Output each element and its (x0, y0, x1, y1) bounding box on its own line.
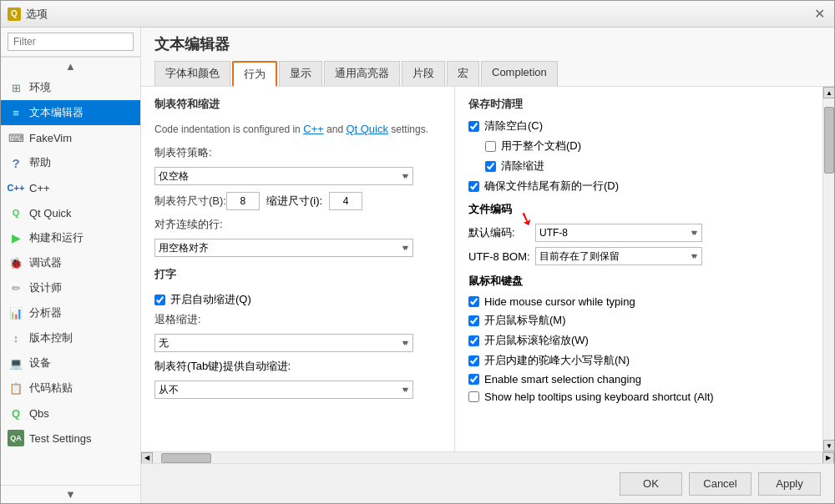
sidebar-item-qt-quick[interactable]: Q Qt Quick (1, 200, 140, 225)
entire-doc-label: 用于整个文档(D) (501, 139, 581, 154)
sidebar-item-environment[interactable]: ⊞ 环境 (1, 75, 140, 100)
main-title: 文本编辑器 (154, 34, 821, 54)
sidebar-item-label: FakeVim (29, 132, 72, 144)
tab-key-label-row: 制表符(Tab键)提供自动缩进: (154, 359, 441, 374)
environment-icon: ⊞ (8, 79, 24, 96)
cancel-button[interactable]: Cancel (689, 472, 752, 496)
debugger-icon: 🐞 (8, 255, 24, 271)
sidebar-item-help[interactable]: ? 帮助 (1, 150, 140, 175)
close-button[interactable]: ✕ (811, 6, 827, 23)
clean-indent-checkbox[interactable] (485, 161, 496, 172)
sidebar-list: ⊞ 环境 ≡ 文本编辑器 ⌨ FakeVim ? 帮助 (1, 75, 140, 485)
tab-size-input[interactable] (226, 192, 260, 210)
apply-button[interactable]: Apply (758, 472, 821, 496)
h-scroll-track[interactable] (153, 452, 822, 463)
mouse-item-0-checkbox[interactable] (468, 296, 479, 307)
scrollbar-down-btn[interactable]: ▼ (823, 440, 834, 451)
right-scrollbar[interactable]: ▲ ▼ (822, 87, 834, 451)
mouse-item-3: 开启内建的驼峰大小写导航(N) (468, 353, 809, 368)
default-encoding-select[interactable]: UTF-8 (535, 224, 702, 242)
right-panel: 保存时清理 清除空白(C) 用于整个文档(D) 清除缩进 (455, 87, 822, 451)
fakevim-icon: ⌨ (8, 129, 24, 146)
h-scroll-thumb[interactable] (161, 453, 211, 463)
filter-box (1, 28, 140, 57)
align-select[interactable]: 用空格对齐 (154, 239, 413, 257)
tab-macros[interactable]: 宏 (447, 61, 479, 86)
sidebar-item-label: 版本控制 (29, 330, 73, 345)
mouse-item-2-checkbox[interactable] (468, 335, 479, 346)
cpp-icon: C++ (8, 179, 24, 196)
indent-size-input[interactable] (329, 192, 362, 210)
scrollbar-up-btn[interactable]: ▲ (823, 87, 834, 98)
indentation-note: Code indentation is configured in C++ an… (154, 122, 441, 137)
sidebar-scroll-down[interactable]: ▼ (1, 485, 140, 503)
sidebar-item-fakevim[interactable]: ⌨ FakeVim (1, 125, 140, 150)
h-scroll-right-btn[interactable]: ▶ (822, 452, 834, 464)
tab-policy-select[interactable]: 仅空格 (154, 167, 413, 185)
scrollbar-track[interactable] (823, 98, 834, 440)
mouse-item-5-checkbox[interactable] (468, 391, 479, 402)
ensure-newline-checkbox[interactable] (468, 181, 479, 192)
backspace-select[interactable]: 无 (154, 334, 413, 352)
backspace-label: 退格缩进: (154, 312, 221, 327)
clean-indent-label: 清除缩进 (501, 159, 544, 174)
clean-whitespace-label: 清除空白(C) (484, 118, 543, 134)
window-title: 选项 (26, 7, 811, 22)
sidebar-item-version-control[interactable]: ↕ 版本控制 (1, 325, 140, 350)
auto-indent-checkbox[interactable] (154, 295, 165, 305)
backspace-label-row: 退格缩进: (154, 312, 441, 327)
mouse-item-1-checkbox[interactable] (468, 315, 479, 326)
tab-size-label: 制表符尺寸(B): (154, 194, 226, 209)
mouse-item-3-checkbox[interactable] (468, 355, 479, 366)
tab-policy-label: 制表符策略: (154, 145, 221, 160)
sidebar-item-text-editor[interactable]: ≡ 文本编辑器 (1, 100, 140, 125)
entire-doc-checkbox[interactable] (485, 141, 496, 152)
text-editor-icon: ≡ (8, 104, 24, 121)
sidebar-item-build-run[interactable]: ▶ 构建和运行 (1, 225, 140, 250)
tab-snippets[interactable]: 片段 (402, 61, 445, 86)
tab-completion[interactable]: Completion (481, 61, 558, 86)
devices-icon: 💻 (8, 355, 24, 371)
backspace-select-wrapper: 无 ▼ (154, 334, 441, 352)
bottom-bar: OK Cancel Apply (141, 463, 834, 503)
analyzer-icon: 📊 (8, 305, 24, 321)
test-settings-icon: QA (8, 430, 24, 446)
sidebar-item-debugger[interactable]: 🐞 调试器 (1, 250, 140, 275)
clean-indent-row: 清除缩进 (485, 159, 809, 174)
qt-quick-link[interactable]: Qt Quick (346, 123, 388, 135)
mouse-item-2: 开启鼠标滚轮缩放(W) (468, 333, 809, 348)
sidebar-item-analyzer[interactable]: 📊 分析器 (1, 300, 140, 325)
sidebar-item-devices[interactable]: 💻 设备 (1, 350, 140, 375)
sidebar-item-cpp[interactable]: C++ C++ (1, 175, 140, 200)
sidebar-item-qbs[interactable]: Q Qbs (1, 401, 140, 426)
cpp-link[interactable]: C++ (303, 123, 324, 135)
sidebar-item-test-settings[interactable]: QA Test Settings (1, 426, 140, 451)
tab-generic-highlighter[interactable]: 通用高亮器 (324, 61, 400, 86)
mouse-item-4-label: Enable smart selection changing (484, 373, 641, 386)
h-scroll-left-btn[interactable]: ◀ (141, 452, 153, 464)
sidebar-item-label: C++ (29, 182, 50, 194)
tab-key-select[interactable]: 从不 (154, 381, 413, 399)
horizontal-scrollbar[interactable]: ◀ ▶ (141, 451, 834, 463)
app-icon: Q (8, 8, 21, 21)
sidebar-item-designer[interactable]: ✏ 设计师 (1, 275, 140, 300)
scrollbar-thumb[interactable] (824, 107, 834, 174)
build-run-icon: ▶ (8, 229, 24, 246)
mouse-item-4-checkbox[interactable] (468, 374, 479, 385)
tab-font-color[interactable]: 字体和颜色 (154, 61, 230, 86)
clean-whitespace-checkbox[interactable] (468, 121, 479, 132)
mouse-item-4: Enable smart selection changing (468, 373, 809, 386)
align-label-row: 对齐连续的行: (154, 217, 441, 232)
sidebar: ▲ ⊞ 环境 ≡ 文本编辑器 ⌨ FakeVim (1, 28, 141, 503)
clean-whitespace-row: 清除空白(C) (468, 118, 809, 134)
tab-behavior[interactable]: 行为 (232, 61, 277, 87)
tabs: 字体和颜色 行为 显示 通用高亮器 片段 宏 Completion (154, 61, 821, 86)
filter-input[interactable] (8, 33, 134, 51)
sidebar-item-code-paste[interactable]: 📋 代码粘贴 (1, 375, 140, 401)
main-content: ▲ ⊞ 环境 ≡ 文本编辑器 ⌨ FakeVim (1, 28, 834, 503)
ok-button[interactable]: OK (620, 472, 682, 496)
sidebar-item-label: Qt Quick (29, 207, 72, 219)
utf8bom-select[interactable]: 目前存在了则保留 (535, 247, 702, 265)
tab-display[interactable]: 显示 (279, 61, 322, 86)
sidebar-scroll-up[interactable]: ▲ (1, 57, 140, 75)
